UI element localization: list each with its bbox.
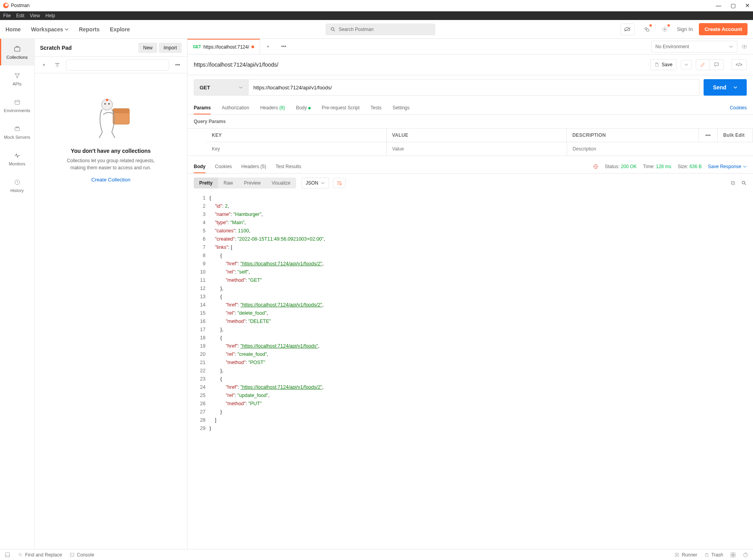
view-pretty[interactable]: Pretty bbox=[194, 178, 218, 188]
tab-prereq[interactable]: Pre-request Script bbox=[322, 101, 360, 114]
env-quicklook-icon[interactable] bbox=[740, 42, 749, 51]
layout-icon[interactable] bbox=[730, 552, 736, 558]
cookies-link[interactable]: Cookies bbox=[730, 101, 747, 114]
rail-history[interactable]: History bbox=[0, 172, 34, 199]
rail-monitors[interactable]: Monitors bbox=[0, 145, 34, 172]
sidebar-more-icon[interactable]: ••• bbox=[173, 60, 182, 70]
rail-collections[interactable]: Collections bbox=[0, 39, 34, 65]
panel-toggle-icon[interactable] bbox=[5, 552, 10, 558]
resp-tab-tests[interactable]: Test Results bbox=[276, 160, 301, 173]
monitors-icon bbox=[13, 152, 21, 159]
code-toggle-icon[interactable]: </> bbox=[731, 59, 747, 70]
svg-point-31 bbox=[19, 553, 21, 556]
tab-auth[interactable]: Authorization bbox=[222, 101, 249, 114]
param-value-input[interactable] bbox=[392, 146, 561, 152]
trash-button[interactable]: Trash bbox=[704, 552, 723, 558]
svg-line-32 bbox=[21, 555, 22, 556]
signin-button[interactable]: Sign In bbox=[677, 26, 693, 32]
save-button[interactable]: Save bbox=[650, 59, 677, 70]
sidebar-search[interactable] bbox=[66, 60, 169, 71]
search-input[interactable]: Search Postman bbox=[326, 24, 435, 35]
size-value: 636 B bbox=[689, 164, 702, 169]
save-dropdown[interactable] bbox=[681, 60, 692, 69]
col-options-icon[interactable]: ••• bbox=[699, 129, 718, 142]
request-subtabs: Params Authorization Headers (8) Body Pr… bbox=[187, 101, 753, 115]
resp-tab-body[interactable]: Body bbox=[194, 160, 206, 173]
view-raw[interactable]: Raw bbox=[218, 178, 238, 188]
minimize-icon[interactable]: — bbox=[716, 2, 721, 9]
menu-edit[interactable]: Edit bbox=[16, 13, 24, 18]
apis-icon bbox=[13, 72, 21, 80]
filter-icon[interactable] bbox=[53, 60, 62, 70]
copy-icon[interactable] bbox=[730, 180, 736, 186]
language-select[interactable]: JSON bbox=[302, 178, 329, 188]
tab-settings[interactable]: Settings bbox=[393, 101, 409, 114]
tab-tests[interactable]: Tests bbox=[371, 101, 382, 114]
svg-rect-13 bbox=[16, 127, 19, 127]
console-button[interactable]: Console bbox=[70, 552, 94, 558]
resp-tab-headers[interactable]: Headers (5) bbox=[241, 160, 266, 173]
body-toolbar: Pretty Raw Preview Visualize JSON bbox=[187, 174, 753, 192]
tab-params[interactable]: Params bbox=[194, 101, 211, 114]
body-indicator-icon bbox=[308, 107, 311, 109]
empty-collections: You don't have any collections Collectio… bbox=[35, 73, 187, 549]
dirty-indicator-icon bbox=[251, 45, 254, 48]
add-icon[interactable]: + bbox=[39, 60, 49, 70]
tab-label: https://localhost:7124/ bbox=[204, 44, 249, 50]
new-button[interactable]: New bbox=[138, 43, 157, 53]
rail-mock[interactable]: Mock Servers bbox=[0, 119, 34, 145]
svg-point-5 bbox=[664, 29, 666, 30]
svg-line-28 bbox=[745, 184, 746, 185]
send-button[interactable]: Send bbox=[704, 79, 747, 96]
tab-more-icon[interactable]: ••• bbox=[276, 39, 291, 54]
notifications-icon[interactable] bbox=[641, 24, 653, 35]
tab-headers[interactable]: Headers (8) bbox=[260, 101, 285, 114]
runner-button[interactable]: Runner bbox=[675, 552, 697, 558]
empty-illustration bbox=[87, 93, 135, 140]
response-body[interactable]: 1234567891011121314151617181920212223242… bbox=[187, 192, 753, 549]
tab-body[interactable]: Body bbox=[296, 101, 311, 114]
svg-rect-10 bbox=[15, 100, 20, 104]
sync-off-icon[interactable] bbox=[620, 24, 635, 35]
comment-icon[interactable] bbox=[709, 60, 723, 70]
nav-workspaces[interactable]: Workspaces bbox=[31, 26, 69, 33]
svg-rect-33 bbox=[71, 553, 74, 556]
rail-apis[interactable]: APIs bbox=[0, 65, 34, 92]
svg-rect-36 bbox=[733, 553, 735, 555]
request-tab[interactable]: GET https://localhost:7124/ bbox=[187, 39, 260, 54]
method-select[interactable]: GET bbox=[194, 79, 249, 96]
menu-view[interactable]: View bbox=[30, 13, 40, 18]
help-icon[interactable] bbox=[743, 552, 748, 558]
menu-help[interactable]: Help bbox=[45, 13, 55, 18]
wrap-lines-icon[interactable] bbox=[333, 178, 346, 188]
resp-tab-cookies[interactable]: Cookies bbox=[215, 160, 232, 173]
save-response-link[interactable]: Save Response bbox=[708, 164, 747, 169]
url-input[interactable]: https://localhost:7124/api/v1/foods/ bbox=[249, 79, 700, 96]
network-warning-icon[interactable] bbox=[593, 164, 598, 169]
menu-file[interactable]: File bbox=[3, 13, 11, 18]
bulk-edit-link[interactable]: Bulk Edit bbox=[718, 129, 753, 142]
view-preview[interactable]: Preview bbox=[238, 178, 266, 188]
view-visualize[interactable]: Visualize bbox=[266, 178, 296, 188]
settings-icon[interactable] bbox=[659, 24, 671, 35]
add-tab-button[interactable]: + bbox=[260, 39, 276, 54]
main: GET https://localhost:7124/ + ••• No Env… bbox=[187, 39, 753, 549]
create-collection-link[interactable]: Create Collection bbox=[91, 177, 131, 183]
param-desc-input[interactable] bbox=[573, 146, 693, 152]
close-icon[interactable]: ✕ bbox=[745, 2, 750, 9]
request-name[interactable]: https://localhost:7124/api/v1/foods/ bbox=[194, 62, 650, 68]
environment-select[interactable]: No Environment bbox=[651, 41, 737, 53]
create-account-button[interactable]: Create Account bbox=[699, 23, 748, 35]
nav-explore[interactable]: Explore bbox=[110, 26, 130, 33]
maximize-icon[interactable]: ▢ bbox=[731, 2, 736, 9]
nav-home[interactable]: Home bbox=[5, 26, 21, 33]
rail-environments[interactable]: Environments bbox=[0, 92, 34, 119]
search-response-icon[interactable] bbox=[741, 180, 747, 186]
view-segments: Pretty Raw Preview Visualize bbox=[194, 178, 296, 188]
import-button[interactable]: Import bbox=[159, 43, 182, 53]
param-key-input[interactable] bbox=[212, 146, 381, 152]
edit-icon[interactable] bbox=[696, 60, 709, 70]
query-params-title: Query Params bbox=[187, 115, 753, 128]
nav-reports[interactable]: Reports bbox=[79, 26, 100, 33]
find-replace-button[interactable]: Find and Replace bbox=[18, 552, 62, 558]
